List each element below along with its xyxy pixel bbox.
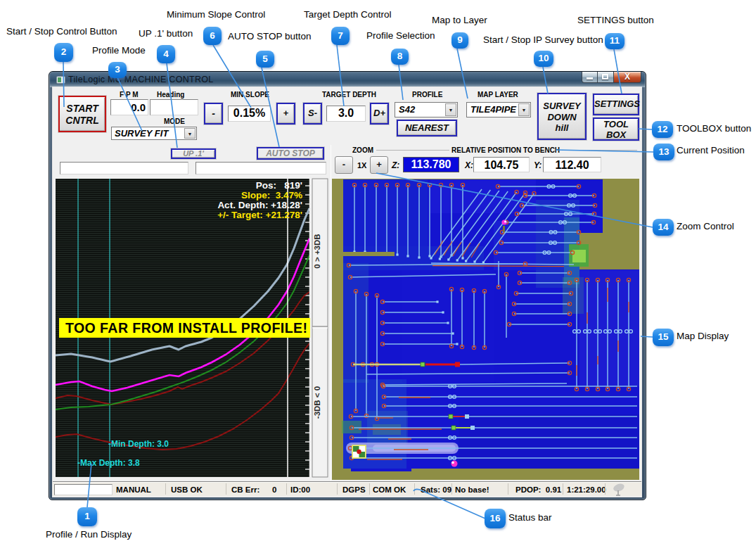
svg-text:Slope: 3.47%: Slope: 3.47%: [241, 190, 302, 201]
svg-text:-3DB < 0: -3DB < 0: [313, 386, 321, 419]
svg-text:-Max Depth: 3.8: -Max Depth: 3.8: [77, 458, 140, 468]
svg-text:Pos: 819': Pos: 819': [256, 180, 302, 191]
svg-text:TOO FAR FROM INSTALL PROFILE!: TOO FAR FROM INSTALL PROFILE!: [65, 320, 307, 336]
svg-text:+/- Target: +21.278': +/- Target: +21.278': [217, 210, 302, 220]
svg-text:0 > +3DB: 0 > +3DB: [313, 234, 321, 268]
svg-text:-Min Depth: 3.0: -Min Depth: 3.0: [108, 439, 169, 449]
